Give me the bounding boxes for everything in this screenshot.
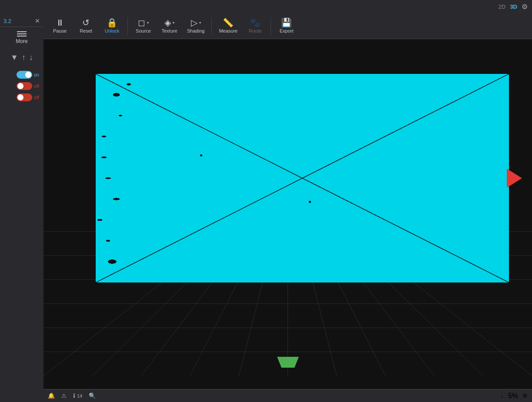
shading-icon: ▷ [191, 18, 197, 27]
unlock-label: Unlock [105, 28, 120, 33]
toggle-row-3: off [17, 93, 39, 101]
source-icon-row: ◻ ▾ [138, 18, 149, 27]
upload-button[interactable]: ↑ [22, 53, 26, 62]
collapse-button[interactable]: ▼ [10, 53, 18, 62]
green-marker [275, 357, 301, 369]
svg-marker-19 [277, 357, 299, 368]
red-arrow [507, 169, 522, 188]
measure-button[interactable]: 📏 Measure [215, 15, 241, 37]
reset-label: Reset [80, 28, 92, 33]
view-2d-button[interactable]: 2D [499, 3, 506, 10]
texture-icon-row: ◈ ▾ [164, 18, 174, 27]
sidebar-toggles: on off off [0, 69, 43, 103]
menu-button[interactable]: More [16, 31, 27, 44]
status-item-warning: ⚠ [61, 392, 67, 399]
info-icon: ℹ [73, 392, 75, 399]
point-cloud [96, 74, 509, 282]
route-icon: 🐾 [250, 18, 261, 27]
reset-button[interactable]: ↺ Reset [74, 15, 98, 37]
close-button[interactable]: ✕ [35, 17, 40, 24]
separator-3 [271, 17, 271, 35]
export-button[interactable]: 💾 Export [274, 15, 298, 37]
status-item-bell: 🔔 [48, 392, 55, 399]
content-area: ⏸ Pause ↺ Reset 🔒 Unlock ◻ ▾ Source [43, 13, 532, 402]
toggle-row-2: off [17, 82, 39, 90]
unlock-icon: 🔒 [107, 18, 117, 27]
toggle-row-1: on [17, 71, 39, 79]
toggle-1[interactable] [17, 71, 32, 79]
status-item-search: 🔍 [89, 392, 96, 399]
texture-label: Texture [161, 28, 177, 33]
statusbar-download-icon[interactable]: ↓ [501, 392, 504, 399]
pc-dot-2 [309, 201, 311, 203]
hamburger-icon [17, 31, 27, 37]
route-label: Route [249, 28, 261, 33]
view-3d-button[interactable]: 3D [510, 3, 517, 10]
source-button[interactable]: ◻ ▾ Source [131, 15, 155, 37]
pause-label: Pause [53, 28, 67, 33]
pause-icon: ⏸ [56, 18, 64, 27]
route-button[interactable]: 🐾 Route [243, 15, 267, 37]
toggle-label-1: on [34, 72, 39, 77]
viewport[interactable] [43, 39, 532, 389]
search-icon: 🔍 [89, 392, 96, 399]
statusbar-settings-icon[interactable]: ⚙ [522, 392, 528, 399]
texture-button[interactable]: ◈ ▾ Texture [157, 15, 181, 37]
texture-dropdown-arrow: ▾ [173, 21, 174, 25]
measure-label: Measure [219, 28, 238, 33]
toggle-label-3: off [34, 95, 39, 100]
status-item-info: ℹ 14 [73, 392, 82, 399]
download-button[interactable]: ↓ [29, 53, 33, 62]
toggle-label-2: off [34, 83, 39, 89]
info-count: 14 [77, 393, 82, 399]
sidebar: 3.2 ✕ More ▼ ↑ ↓ on off [0, 13, 43, 402]
shading-button[interactable]: ▷ ▾ Shading [184, 15, 208, 37]
toolbar: ⏸ Pause ↺ Reset 🔒 Unlock ◻ ▾ Source [43, 13, 532, 39]
toggle-2[interactable] [17, 82, 32, 90]
top-bar: 2D 3D ⚙ [0, 0, 532, 13]
settings-button[interactable]: ⚙ [522, 3, 528, 11]
status-bar: 🔔 ⚠ ℹ 14 🔍 ↓ 5% ⚙ [43, 389, 532, 402]
green-trapezoid-svg [275, 357, 301, 368]
export-label: Export [280, 28, 294, 33]
shading-label: Shading [187, 28, 204, 33]
pc-dot-1 [200, 154, 202, 156]
export-icon: 💾 [281, 18, 292, 27]
source-label: Source [136, 28, 151, 33]
bell-icon: 🔔 [48, 392, 55, 399]
point-cloud-container [96, 74, 509, 282]
shading-icon-row: ▷ ▾ [191, 18, 201, 27]
pc-lines-svg [96, 74, 509, 282]
status-bar-right: ↓ 5% ⚙ [501, 392, 528, 400]
toggle-3[interactable] [17, 93, 32, 101]
more-label: More [16, 38, 27, 44]
main-layout: 3.2 ✕ More ▼ ↑ ↓ on off [0, 13, 532, 402]
reset-icon: ↺ [82, 18, 90, 27]
unlock-button[interactable]: 🔒 Unlock [100, 15, 124, 37]
sidebar-top: 3.2 ✕ [0, 15, 43, 27]
warning-icon: ⚠ [61, 392, 67, 399]
pause-button[interactable]: ⏸ Pause [48, 15, 72, 37]
source-dropdown-arrow: ▾ [147, 21, 149, 25]
separator-1 [127, 17, 128, 35]
texture-icon: ◈ [164, 18, 171, 27]
shading-dropdown-arrow: ▾ [199, 21, 201, 25]
version-label: 3.2 [3, 18, 11, 24]
sidebar-actions: ▼ ↑ ↓ [8, 51, 35, 64]
separator-2 [211, 17, 212, 35]
zoom-level: 5% [508, 392, 518, 400]
source-icon: ◻ [138, 18, 145, 27]
measure-icon: 📏 [223, 18, 234, 27]
